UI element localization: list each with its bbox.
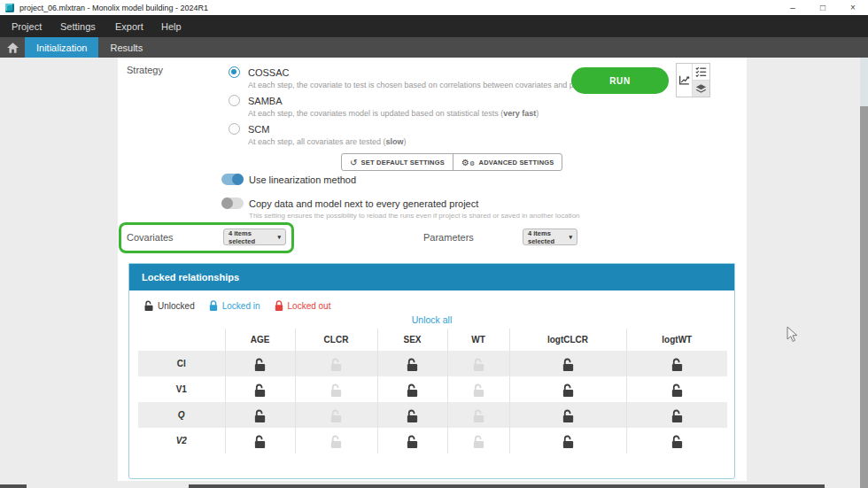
lock-cell[interactable] bbox=[509, 376, 626, 402]
legend-unlocked: Unlocked bbox=[143, 299, 195, 312]
table-row: Q bbox=[138, 402, 727, 428]
lock-cell[interactable] bbox=[626, 402, 727, 428]
tab-results[interactable]: Results bbox=[98, 37, 154, 58]
lock-cell[interactable] bbox=[626, 428, 727, 453]
main-viewport: Strategy COSSAC At each step, the covari… bbox=[0, 58, 868, 488]
lock-cell[interactable] bbox=[509, 428, 626, 453]
close-button[interactable]: × bbox=[838, 0, 868, 15]
column-header-logtwt: logtWT bbox=[626, 329, 727, 351]
lock-cell[interactable] bbox=[626, 351, 727, 376]
lock-cell[interactable] bbox=[377, 351, 447, 376]
lock-cell[interactable] bbox=[377, 428, 447, 453]
unlocked-icon[interactable] bbox=[253, 357, 267, 372]
set-default-settings-button[interactable]: ↺ SET DEFAULT SETTINGS bbox=[342, 154, 453, 170]
lock-cell[interactable] bbox=[377, 376, 447, 402]
unlocked-icon[interactable] bbox=[562, 434, 575, 449]
table-row: V1 bbox=[138, 376, 727, 402]
plot-export-button[interactable] bbox=[677, 64, 693, 97]
layers-button[interactable] bbox=[693, 81, 709, 97]
strategy-option-samba[interactable]: SAMBA bbox=[229, 94, 671, 107]
lock-cell bbox=[295, 376, 377, 402]
lock-cell[interactable] bbox=[225, 351, 295, 376]
corner-cell bbox=[138, 329, 225, 351]
radio-cossac[interactable] bbox=[229, 66, 240, 78]
title-bar: project_06.mlxtran - Monolix model build… bbox=[0, 0, 868, 15]
background-window-edge bbox=[189, 484, 825, 488]
radio-samba[interactable] bbox=[229, 95, 240, 106]
lock-cell[interactable] bbox=[225, 428, 295, 453]
unlocked-icon[interactable] bbox=[562, 383, 575, 398]
row-label-cl: Cl bbox=[138, 351, 225, 376]
unlocked-icon[interactable] bbox=[406, 408, 419, 423]
column-header-logtclcr: logtCLCR bbox=[509, 329, 626, 351]
linearization-row: Use linearization method bbox=[221, 174, 356, 185]
checklist-icon bbox=[695, 66, 707, 77]
tab-initialization[interactable]: Initialization bbox=[25, 37, 98, 58]
covariates-label: Covariates bbox=[127, 232, 174, 243]
parameters-label: Parameters bbox=[423, 232, 474, 243]
unlocked-icon[interactable] bbox=[562, 408, 575, 423]
copy-data-toggle[interactable] bbox=[221, 198, 244, 209]
radio-scm[interactable] bbox=[229, 123, 240, 135]
lock-cell[interactable] bbox=[626, 376, 727, 402]
vertical-scrollbar[interactable] bbox=[860, 58, 868, 488]
unlocked-icon bbox=[329, 408, 343, 423]
strategy-desc-samba: At each step, the covariates model is up… bbox=[248, 109, 648, 119]
strategy-option-scm[interactable]: SCM bbox=[229, 122, 671, 136]
row-label-v2: V2 bbox=[138, 428, 225, 453]
covariates-dropdown[interactable]: 4 items selected ▾ bbox=[223, 229, 286, 245]
run-options-panel bbox=[676, 63, 710, 97]
strategy-desc-scm: At each step, all covariates are tested … bbox=[248, 137, 648, 147]
table-row: V2 bbox=[138, 428, 727, 453]
task-list-button[interactable] bbox=[693, 64, 709, 81]
unlocked-icon[interactable] bbox=[670, 408, 684, 423]
parameters-dropdown[interactable]: 4 items selected ▾ bbox=[523, 229, 577, 245]
lock-cell[interactable] bbox=[509, 402, 626, 428]
column-header-clcr: CLCR bbox=[295, 329, 377, 351]
minimize-button[interactable]: – bbox=[778, 0, 808, 15]
home-tab[interactable] bbox=[0, 37, 25, 58]
column-header-age: AGE bbox=[225, 329, 295, 351]
unlock-all-link[interactable]: Unlock all bbox=[129, 314, 734, 325]
menu-project[interactable]: Project bbox=[12, 21, 60, 32]
unlocked-icon[interactable] bbox=[670, 434, 684, 449]
unlocked-icon[interactable] bbox=[670, 383, 684, 398]
row-label-q: Q bbox=[138, 402, 225, 428]
unlocked-icon bbox=[472, 383, 485, 398]
unlocked-icon[interactable] bbox=[253, 434, 267, 449]
advanced-settings-button[interactable]: ⚙⚙ ADVANCED SETTINGS bbox=[453, 154, 562, 170]
unlocked-icon[interactable] bbox=[253, 408, 267, 423]
unlocked-icon[interactable] bbox=[253, 383, 267, 398]
reset-icon: ↺ bbox=[350, 158, 358, 167]
maximize-button[interactable]: □ bbox=[808, 0, 838, 15]
column-header-wt: WT bbox=[447, 329, 509, 351]
scrollbar-thumb[interactable] bbox=[860, 106, 868, 488]
unlocked-icon[interactable] bbox=[406, 357, 419, 372]
window-title: project_06.mlxtran - Monolix model build… bbox=[19, 4, 208, 12]
home-icon bbox=[7, 43, 19, 53]
lock-cell[interactable] bbox=[377, 402, 447, 428]
layers-icon bbox=[695, 83, 707, 94]
unlocked-icon[interactable] bbox=[406, 383, 419, 398]
menu-settings[interactable]: Settings bbox=[60, 21, 115, 32]
legend-locked-in: Locked in bbox=[208, 299, 260, 312]
lock-cell bbox=[295, 351, 377, 376]
caret-down-icon: ▾ bbox=[569, 234, 572, 241]
menu-help[interactable]: Help bbox=[161, 21, 197, 32]
lock-legend: Unlocked Locked in Locked out bbox=[143, 299, 734, 312]
lock-cell[interactable] bbox=[225, 402, 295, 428]
lock-cell[interactable] bbox=[509, 351, 626, 376]
run-button[interactable]: RUN bbox=[571, 67, 669, 94]
linearization-toggle[interactable] bbox=[221, 174, 244, 185]
copy-data-row: Copy data and model next to every genera… bbox=[221, 198, 478, 209]
strategy-label: Strategy bbox=[127, 65, 163, 75]
unlocked-icon[interactable] bbox=[562, 357, 575, 372]
lock-cell bbox=[447, 376, 509, 402]
menu-export[interactable]: Export bbox=[115, 21, 161, 32]
unlocked-icon[interactable] bbox=[670, 357, 684, 372]
content-card: Strategy COSSAC At each step, the covari… bbox=[118, 58, 747, 481]
chart-icon bbox=[678, 74, 690, 86]
background-window-edge bbox=[0, 484, 27, 488]
unlocked-icon[interactable] bbox=[406, 434, 419, 449]
lock-cell[interactable] bbox=[225, 376, 295, 402]
